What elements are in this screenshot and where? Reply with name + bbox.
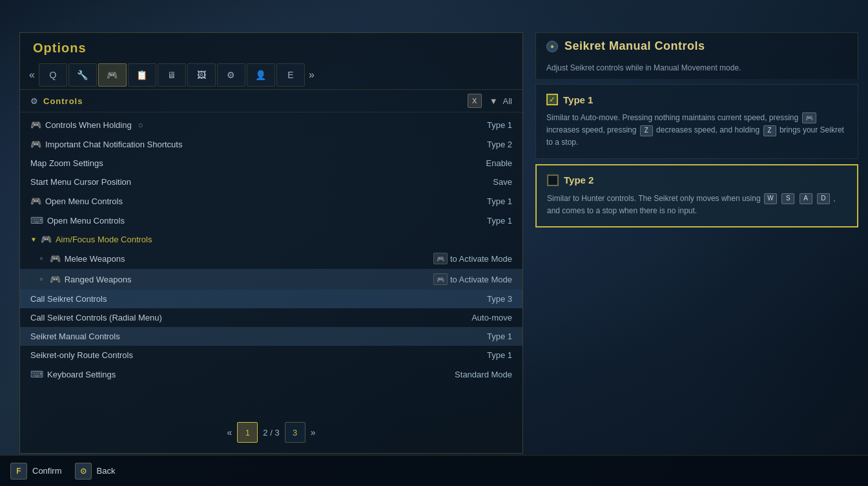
type2-checkbox[interactable]: □	[547, 174, 559, 186]
keyboard-icon-2: ⌨	[30, 369, 43, 379]
back-key-label: ⊙	[80, 467, 87, 476]
aim-focus-section-header[interactable]: ▼ 🎮 Aim/Focus Mode Controls	[20, 230, 522, 248]
setting-start-menu-cursor[interactable]: Start Menu Cursor Position Save	[20, 173, 522, 191]
gamepad-icon-tab: 🎮	[107, 70, 118, 80]
left-panel: Options « Q 🔧 🎮 📋 🖥 🖼 ⚙ 👤 E »	[19, 32, 523, 454]
type2-key-w: W	[764, 193, 777, 204]
setting-keyboard-settings[interactable]: ⌨ Keyboard Settings Standard Mode	[20, 364, 522, 384]
filter-clear-button[interactable]: X	[468, 94, 482, 108]
section-label: Aim/Focus Mode Controls	[56, 235, 152, 244]
setting-seikret-manual[interactable]: Seikret Manual Controls Type 1	[20, 327, 522, 346]
setting-map-zoom[interactable]: Map Zoom Settings Enable	[20, 154, 522, 173]
tab-gear[interactable]: ⚙	[217, 63, 245, 87]
filter-funnel-icon: ▼	[490, 96, 498, 106]
setting-open-menu-keyboard[interactable]: ⌨ Open Menu Controls Type 1	[20, 211, 522, 230]
tab-q[interactable]: Q	[39, 63, 67, 87]
gamepad-icon-3: 🎮	[30, 196, 41, 206]
melee-value: 🎮 to Activate Mode	[433, 253, 512, 264]
keyboard-icon-1: ⌨	[30, 215, 43, 226]
setting-name-12: Seikret-only Route Controls	[30, 350, 133, 360]
setting-value-12: Type 1	[487, 350, 512, 360]
gamepad-icon-1: 🎮	[30, 120, 41, 130]
tab-e[interactable]: E	[276, 63, 305, 87]
image-icon: 🖼	[197, 70, 206, 80]
melee-key-badge: 🎮	[433, 253, 448, 264]
right-panel: ● Seikret Manual Controls Adjust Seikret…	[535, 32, 858, 454]
page-of-label: 2 / 3	[263, 428, 279, 438]
tab-person[interactable]: 👤	[247, 63, 275, 87]
tab-image[interactable]: 🖼	[187, 63, 216, 87]
right-panel-title: Seikret Manual Controls	[564, 39, 705, 53]
back-button[interactable]: ⊙ Back	[75, 463, 116, 480]
filter-all-label: All	[503, 96, 512, 106]
setting-name-7: Melee Weapons	[65, 254, 125, 264]
chevron-down-icon: ▼	[30, 236, 37, 243]
tab-nav-prev[interactable]: «	[26, 67, 37, 83]
setting-name-9: Call Seikret Controls	[30, 294, 107, 304]
setting-controls-when-holding[interactable]: 🎮 Controls When Holding ○ Type 1	[20, 115, 522, 134]
setting-name-4: Start Menu Cursor Position	[30, 177, 131, 187]
gamepad-icon-6: 🎮	[50, 274, 61, 284]
type2-label: Type 2	[564, 174, 594, 185]
tab-monitor[interactable]: 🖥	[158, 63, 186, 87]
settings-icon: ⚙	[30, 96, 38, 106]
type1-key-z2: Z	[763, 125, 776, 136]
setting-call-seikret-radial[interactable]: Call Seikret Controls (Radial Menu) Auto…	[20, 308, 522, 327]
setting-value-5: Type 1	[487, 196, 512, 206]
type2-key-s: S	[781, 193, 794, 204]
person-icon: 👤	[255, 70, 266, 80]
type2-card[interactable]: □ Type 2 Similar to Hunter controls. The…	[535, 164, 858, 227]
confirm-key-label: F	[16, 467, 21, 476]
tab-e-label: E	[287, 70, 293, 80]
type2-key-d: D	[817, 193, 830, 204]
setting-value-3: Enable	[486, 158, 512, 168]
monitor-icon: 🖥	[167, 70, 176, 80]
setting-name-11: Seikret Manual Controls	[30, 332, 120, 341]
ranged-value: 🎮 to Activate Mode	[433, 273, 512, 285]
type2-key-a: A	[800, 193, 812, 204]
setting-value-7: to Activate Mode	[450, 254, 512, 264]
type1-label: Type 1	[563, 94, 593, 105]
type1-description: Similar to Auto-move. Pressing nothing m…	[546, 112, 847, 149]
setting-value-11: Type 1	[487, 332, 512, 341]
setting-name-13: Keyboard Settings	[47, 370, 116, 379]
setting-ranged-weapons[interactable]: ◦ 🎮 Ranged Weapons 🎮 to Activate Mode	[20, 269, 522, 290]
x-icon: X	[472, 97, 477, 105]
setting-value-2: Type 2	[487, 140, 512, 149]
page-nav-prev[interactable]: «	[227, 427, 232, 438]
settings-list: 🎮 Controls When Holding ○ Type 1 🎮 Impor…	[20, 112, 522, 386]
pagination: « 1 2 / 3 3 »	[20, 417, 522, 448]
setting-value-10: Auto-move	[471, 313, 512, 322]
setting-name-5: Open Menu Controls	[45, 196, 123, 206]
back-key-badge: ⊙	[75, 463, 92, 480]
setting-value-1: Type 1	[487, 120, 512, 130]
confirm-button[interactable]: F Confirm	[10, 463, 62, 480]
setting-name-10: Call Seikret Controls (Radial Menu)	[30, 313, 162, 322]
setting-seikret-only-route[interactable]: Seikret-only Route Controls Type 1	[20, 346, 522, 364]
setting-name-2: Important Chat Notification Shortcuts	[45, 140, 182, 149]
tab-wrench[interactable]: 🔧	[68, 63, 97, 87]
ranged-key-badge: 🎮	[433, 273, 448, 285]
setting-name-8: Ranged Weapons	[65, 275, 132, 284]
setting-value-13: Standard Mode	[455, 370, 512, 379]
gamepad-icon-2: 🎮	[30, 139, 41, 149]
gamepad-icon-4: 🎮	[41, 234, 52, 244]
tab-nav-next[interactable]: »	[306, 67, 317, 83]
page-3-label: 3	[293, 428, 297, 438]
setting-chat-shortcuts[interactable]: 🎮 Important Chat Notification Shortcuts …	[20, 134, 522, 154]
setting-name-6: Open Menu Controls	[47, 216, 125, 226]
page-btn-3[interactable]: 3	[285, 422, 305, 443]
type1-checkbox[interactable]: ✓	[546, 94, 558, 105]
setting-open-menu-gamepad[interactable]: 🎮 Open Menu Controls Type 1	[20, 191, 522, 211]
setting-call-seikret[interactable]: Call Seikret Controls Type 3	[20, 290, 522, 308]
tabs-row: « Q 🔧 🎮 📋 🖥 🖼 ⚙ 👤 E »	[20, 61, 522, 90]
page-btn-1[interactable]: 1	[237, 422, 258, 443]
filter-row: ⚙ Controls X ▼ All	[20, 90, 522, 112]
setting-name-3: Map Zoom Settings	[30, 158, 103, 168]
type1-card[interactable]: ✓ Type 1 Similar to Auto-move. Pressing …	[535, 84, 858, 159]
page-nav-next[interactable]: »	[311, 427, 316, 438]
setting-melee-weapons[interactable]: ◦ 🎮 Melee Weapons 🎮 to Activate Mode	[20, 248, 522, 269]
tab-gamepad[interactable]: 🎮	[98, 63, 127, 87]
back-label: Back	[97, 466, 116, 476]
tab-clipboard[interactable]: 📋	[128, 63, 156, 87]
